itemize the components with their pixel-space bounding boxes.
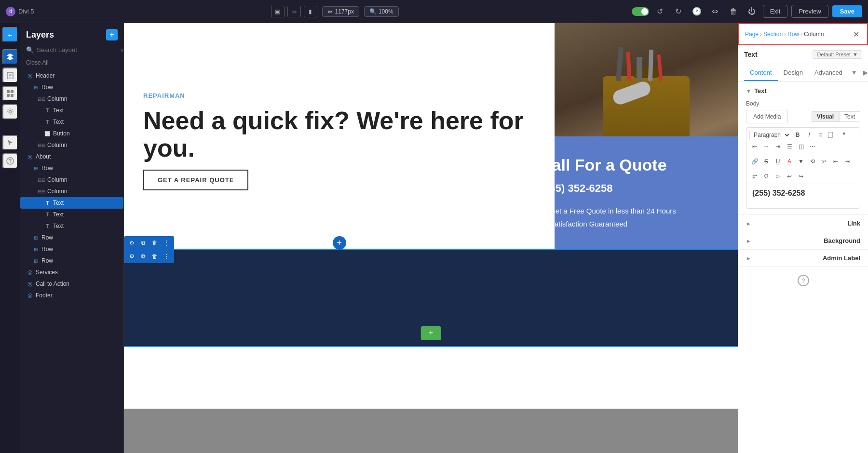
blockquote-btn[interactable]: ❝ [839,130,849,140]
layer-text-3-selected[interactable]: T Text [20,197,123,209]
breadcrumb-column[interactable]: Column [804,31,824,38]
redo-btn[interactable]: ↻ [671,4,686,19]
ctrl-dots-icon-2[interactable]: ⋮ [162,252,171,261]
ctrl-trash-icon-2[interactable]: 🗑 [150,252,160,261]
text-section-header[interactable]: ▼ Text [738,81,868,100]
layers-btn[interactable] [2,49,18,65]
help-btn[interactable] [2,153,18,169]
tablet-view-btn[interactable]: ▭ [287,6,301,17]
layer-services[interactable]: ◎ Services [20,266,123,278]
undo-edit-btn[interactable]: ↩ [784,171,795,182]
align-justify-btn[interactable]: ☰ [784,141,795,152]
layer-about[interactable]: ◎ About [20,151,123,162]
tab-advanced[interactable]: Advanced [809,64,848,81]
save-btn[interactable]: Save [832,5,862,17]
strikethrough-btn[interactable]: S [761,156,772,167]
color-btn[interactable]: A [784,156,795,167]
more-btn[interactable]: ⋯ [807,141,818,152]
fullscreen-btn[interactable]: ⥂ [749,171,760,182]
indent-dec-btn[interactable]: ⇤ [830,156,841,167]
layer-footer[interactable]: ◎ Footer [20,290,123,301]
link-btn[interactable]: 🔗 [749,156,760,167]
layer-header[interactable]: ◎ Header [20,70,123,81]
tab-content[interactable]: Content [744,64,778,81]
help-icon-panel[interactable]: ? [798,275,809,286]
desktop-view-btn[interactable]: ▣ [271,6,285,17]
ctrl-gear-icon-2[interactable]: ⚙ [127,252,136,261]
align-center-btn[interactable]: ↔ [761,141,772,152]
ctrl-copy-icon-2[interactable]: ⧉ [138,252,148,261]
color-chevron-btn[interactable]: ▼ [796,156,806,167]
power-btn[interactable]: ⏻ [745,4,759,19]
undo-btn[interactable]: ↺ [653,4,667,19]
tab-cursor[interactable]: ▶ [860,64,868,81]
layout-btn[interactable]: ⇔ [708,4,722,19]
mobile-view-btn[interactable]: ▮ [304,6,317,17]
link-section-row[interactable]: ► Link [738,215,868,232]
add-element-btn[interactable]: + [2,27,18,42]
cursor-btn[interactable] [2,135,18,150]
layer-text-4[interactable]: T Text [20,209,123,220]
text-editor-btn[interactable]: Text [839,111,860,122]
add-module-btn-hero[interactable]: + [333,236,346,250]
pages-btn[interactable] [2,67,18,83]
history-btn[interactable]: 🕐 [690,4,704,19]
visual-btn[interactable]: Visual [812,111,839,122]
paragraph-select[interactable]: Paragraph Heading 1 Heading 2 [749,130,791,140]
ctrl-trash-icon[interactable]: 🗑 [150,238,160,248]
underline-btn[interactable]: U [773,156,783,167]
omega-btn[interactable]: Ω [761,171,772,182]
modules-btn[interactable] [2,86,18,101]
panel-preset-badge[interactable]: Default Preset ▼ [813,50,862,59]
filter-icon[interactable]: ▿ [121,46,124,53]
breadcrumb-row[interactable]: Row [787,31,799,38]
background-section-row[interactable]: ► Background [738,232,868,250]
close-all-btn[interactable]: Close All [20,57,123,70]
layer-row-1[interactable]: ⊞ Row [20,81,123,93]
add-media-btn[interactable]: Add Media [746,110,788,123]
bold-btn[interactable]: B [792,130,803,140]
align-right-btn[interactable]: ⇥ [773,141,783,152]
layer-text-5[interactable]: T Text [20,220,123,232]
preview-btn[interactable]: Preview [791,5,828,18]
ul-btn[interactable]: ≡ [815,130,826,140]
editor-phone-content[interactable]: (255) 352-6258 [746,184,860,208]
layer-text-2[interactable]: T Text [20,116,123,128]
width-badge[interactable]: ⇔ 1177px [322,6,359,17]
section-add-btn[interactable]: + [420,326,441,340]
breadcrumb-section[interactable]: Section [763,31,783,38]
layer-text-1[interactable]: T Text [20,105,123,116]
hero-cta-btn[interactable]: GET A REPAIR QUOTE [143,170,248,190]
settings-btn[interactable] [2,104,18,120]
layers-add-btn[interactable]: + [106,29,118,40]
redo-edit-btn[interactable]: ↪ [796,171,806,182]
layer-row-4[interactable]: ⊞ Row [20,243,123,255]
layer-col-4[interactable]: ⊟⊟ Column [20,186,123,197]
align-left-btn[interactable]: ⇤ [749,141,760,152]
ol-btn[interactable]: ⃣ [827,130,838,140]
italic-btn[interactable]: I [804,130,814,140]
ctrl-gear-icon[interactable]: ⚙ [127,238,136,248]
search-layout-input[interactable] [37,46,118,53]
theme-toggle[interactable] [632,7,649,16]
exit-btn[interactable]: Exit [763,5,788,18]
tab-more[interactable]: ▼ [848,64,860,81]
ctrl-dots-icon[interactable]: ⋮ [162,238,171,248]
emoji-btn[interactable]: ☺ [773,171,783,182]
panel-close-btn[interactable]: ✕ [851,29,861,40]
superscript-btn[interactable]: x² [819,156,829,167]
layer-col-3[interactable]: ⊟⊟ Column [20,174,123,186]
layer-row-5[interactable]: ⊞ Row [20,255,123,266]
layer-cta[interactable]: ◎ Call to Action [20,278,123,290]
breadcrumb-page[interactable]: Page [745,31,759,38]
clear-format-btn[interactable]: ⟲ [807,156,818,167]
trash-btn[interactable]: 🗑 [726,4,741,19]
layer-button-1[interactable]: ⬜ Button [20,128,123,139]
indent-inc-btn[interactable]: ⇥ [842,156,853,167]
layer-row-3[interactable]: ⊞ Row [20,232,123,243]
admin-label-section-row[interactable]: ► Admin Label [738,250,868,267]
layer-row-2[interactable]: ⊞ Row [20,162,123,174]
zoom-badge[interactable]: 🔍 100% [364,6,399,17]
table-btn[interactable]: ◫ [796,141,806,152]
ctrl-copy-icon[interactable]: ⧉ [138,238,148,248]
